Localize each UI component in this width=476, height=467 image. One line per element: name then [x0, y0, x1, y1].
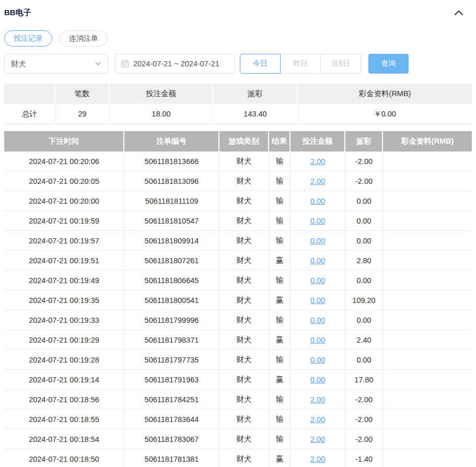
game-type-cell: 财犬: [219, 271, 269, 290]
bet-amount-cell: 0.00: [291, 290, 345, 310]
quick-button-yesterday[interactable]: 昨日: [280, 54, 321, 74]
bet-amount-link[interactable]: 0.00: [310, 356, 325, 364]
bet-amount-link[interactable]: 2.00: [310, 177, 325, 185]
game-type-cell: 财犬: [219, 191, 269, 211]
bet-amount-link[interactable]: 0.00: [310, 316, 325, 324]
payout-cell: 2.40: [345, 330, 383, 350]
bet-amount-link[interactable]: 0.00: [310, 296, 325, 305]
result-cell: 输: [269, 390, 291, 410]
bet-time-cell: 2024-07-21 00:20:00: [4, 191, 124, 211]
payout-cell: 0.00: [345, 211, 383, 231]
bet-amount-link[interactable]: 2.00: [310, 455, 325, 463]
bonus-cell: [383, 310, 472, 330]
order-id-cell: 5061181813666: [124, 151, 219, 171]
summary-total-label: 总计: [4, 104, 55, 124]
payout-cell: -2.00: [345, 429, 383, 449]
game-select[interactable]: 财犬: [4, 54, 108, 74]
bet-amount-link[interactable]: 0.00: [310, 237, 325, 245]
bet-amount-cell: 0.00: [291, 310, 345, 330]
bet-time-cell: 2024-07-21 00:18:55: [4, 410, 124, 429]
game-type-cell: 财犬: [219, 251, 269, 271]
tab-cancelled-orders[interactable]: 连消注单: [60, 30, 108, 46]
result-cell: 输: [269, 429, 291, 449]
bet-amount-link[interactable]: 0.00: [310, 197, 325, 205]
order-id-cell: 5061181813096: [124, 171, 219, 191]
order-id-cell: 5061181807261: [124, 251, 219, 271]
bonus-cell: [383, 191, 472, 211]
payout-cell: 0.00: [345, 271, 383, 290]
payout-cell: 2.80: [345, 251, 383, 271]
calendar-icon: [121, 60, 129, 68]
summary-total-bonus: ￥0.00: [298, 104, 472, 124]
payout-cell: -2.00: [345, 171, 383, 191]
game-type-cell: 财犬: [219, 171, 269, 191]
date-range-picker[interactable]: 2024-07-21 ~ 2024-07-21: [115, 54, 235, 74]
bet-records-body: 2024-07-21 00:20:065061181813666财犬输2.00-…: [4, 151, 472, 467]
table-row: 2024-07-21 00:19:145061181791963财犬赢0.001…: [4, 370, 472, 390]
date-quick-buttons: 今日 昨日 近8日: [240, 54, 361, 74]
result-cell: 输: [269, 231, 291, 251]
result-cell: 赢: [269, 330, 291, 350]
order-id-cell: 5061181811109: [124, 191, 219, 211]
game-type-cell: 财犬: [219, 290, 269, 310]
bet-amount-link[interactable]: 0.00: [310, 376, 325, 384]
bet-time-cell: 2024-07-21 00:19:35: [4, 290, 124, 310]
payout-cell: 0.00: [345, 350, 383, 370]
bonus-cell: [383, 251, 472, 271]
payout-cell: 17.80: [345, 370, 383, 390]
tab-bet-records[interactable]: 投注记录: [4, 30, 52, 46]
order-id-cell: 5061181783067: [124, 429, 219, 449]
bet-amount-link[interactable]: 2.00: [310, 395, 325, 404]
bet-amount-cell: 2.00: [291, 449, 345, 467]
bet-time-cell: 2024-07-21 00:20:06: [4, 151, 124, 171]
bet-time-cell: 2024-07-21 00:19:29: [4, 330, 124, 350]
col-header-payout: 派彩: [345, 131, 383, 151]
order-id-cell: 5061181809914: [124, 231, 219, 251]
summary-total-row: 总计 29 18.00 143.40 ￥0.00: [4, 104, 472, 124]
panel-header: BB电子: [4, 0, 472, 18]
collapse-button[interactable]: [454, 9, 463, 16]
bet-amount-link[interactable]: 0.00: [310, 217, 325, 225]
bonus-cell: [383, 410, 472, 429]
payout-cell: -1.40: [345, 449, 383, 467]
result-cell: 输: [269, 271, 291, 290]
col-header-bonus: 彩金资料(RMB): [383, 131, 472, 151]
bonus-cell: [383, 171, 472, 191]
payout-cell: 0.00: [345, 191, 383, 211]
order-id-cell: 5061181784251: [124, 390, 219, 410]
table-row: 2024-07-21 00:18:545061181783067财犬输2.00-…: [4, 429, 472, 449]
bet-time-cell: 2024-07-21 00:18:54: [4, 429, 124, 449]
table-row: 2024-07-21 00:19:495061181806645财犬输0.000…: [4, 271, 472, 290]
bet-amount-link[interactable]: 2.00: [310, 435, 325, 443]
summary-total-payout: 143.40: [213, 104, 298, 124]
table-row: 2024-07-21 00:19:595061181810547财犬输0.000…: [4, 211, 472, 231]
result-cell: 输: [269, 211, 291, 231]
table-row: 2024-07-21 00:20:065061181813666财犬输2.00-…: [4, 151, 472, 171]
bonus-cell: [383, 370, 472, 390]
bet-amount-link[interactable]: 2.00: [310, 157, 325, 166]
bet-amount-link[interactable]: 2.00: [310, 415, 325, 424]
payout-cell: -2.00: [345, 151, 383, 171]
payout-cell: 109.20: [345, 290, 383, 310]
filter-bar: 财犬 2024-07-21 ~ 2024-07-21 今日 昨日: [4, 54, 472, 74]
bet-amount-cell: 0.00: [291, 211, 345, 231]
order-id-cell: 5061181781381: [124, 449, 219, 467]
bet-amount-link[interactable]: 0.00: [310, 256, 325, 265]
bonus-cell: [383, 330, 472, 350]
result-cell: 输: [269, 410, 291, 429]
bet-time-cell: 2024-07-21 00:19:49: [4, 271, 124, 290]
summary-header-bet-amount: 投注金额: [110, 84, 213, 104]
bet-amount-link[interactable]: 0.00: [310, 336, 325, 344]
bonus-cell: [383, 271, 472, 290]
chevron-up-icon: [454, 9, 463, 17]
quick-button-today[interactable]: 今日: [240, 54, 281, 74]
game-select-value: 财犬: [11, 59, 26, 69]
table-row: 2024-07-21 00:19:515061181807261财犬赢0.002…: [4, 251, 472, 271]
result-cell: 输: [269, 191, 291, 211]
table-row: 2024-07-21 00:18:555061181783644财犬输2.00-…: [4, 410, 472, 429]
quick-button-last-8-days[interactable]: 近8日: [320, 54, 361, 74]
bet-amount-link[interactable]: 0.00: [310, 276, 325, 285]
summary-header-row: 笔数 投注金额 派彩 彩金资料(RMB): [4, 84, 472, 104]
col-header-bet-amount: 投注金额: [291, 131, 345, 151]
query-button[interactable]: 查询: [368, 54, 409, 74]
